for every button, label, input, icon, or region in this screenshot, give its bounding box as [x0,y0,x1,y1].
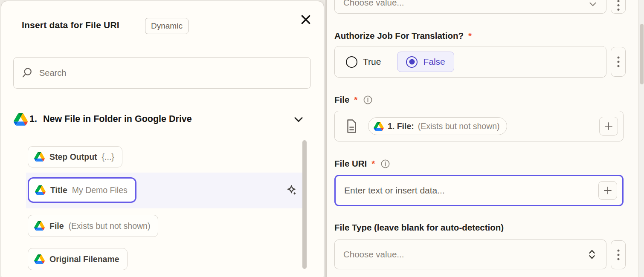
file-type-select[interactable]: Choose value... [334,239,606,269]
file-type-label: File Type (leave blank for auto-detectio… [334,222,504,233]
google-drive-icon [374,122,384,131]
step-section-header[interactable]: 1.New File in Folder in Google Drive [14,113,312,127]
close-icon [300,14,311,25]
form-panel: Choose value... Authorize Job For Transl… [325,0,644,277]
chevron-down-icon [293,113,305,125]
authorize-kebab-button[interactable] [611,47,626,77]
authorize-label: Authorize Job For Translation?* [334,31,472,41]
field-pill-step-output[interactable]: Step Output {...} [28,146,122,167]
kebab-icon [617,57,619,67]
radio-icon-false-selected [406,56,418,68]
dynamic-badge: Dynamic [145,18,189,34]
pill-label: Original Filename [49,254,119,264]
panel-title: Insert data for File URI [22,20,119,30]
form-scrollbar[interactable] [638,0,644,277]
ai-sparkle-button[interactable] [284,183,299,198]
file-field[interactable]: 1. File: (Exists but not shown) [334,111,624,141]
token-value: (Exists but not shown) [418,121,500,131]
pill-label: File [49,221,64,231]
google-drive-icon [34,152,45,162]
select-arrows-icon [586,248,598,260]
scrollbar-thumb[interactable] [640,24,644,84]
insert-data-plus-button[interactable] [598,181,617,200]
collapse-section-button[interactable] [292,113,305,126]
info-icon[interactable] [380,159,390,169]
info-icon[interactable] [363,95,373,105]
search-icon [21,67,33,79]
google-drive-icon [35,185,46,195]
plus-icon [603,121,614,131]
pill-label: Title [50,185,67,195]
chevron-down-icon [587,0,598,10]
top-select[interactable]: Choose value... [334,0,606,14]
top-kebab-button[interactable] [611,0,626,14]
pill-value: {...} [102,152,114,162]
plus-icon [603,185,613,196]
file-type-kebab-button[interactable] [611,240,626,269]
file-type-placeholder: Choose value... [343,249,404,260]
file-label: File* [334,95,373,105]
google-drive-icon [34,221,45,231]
kebab-icon [617,0,619,11]
search-box[interactable] [13,57,311,89]
top-select-placeholder: Choose value... [343,0,404,8]
radio-icon-true [346,56,357,68]
token-label: 1. File: [388,121,414,131]
kebab-icon [617,250,619,260]
pill-label: Step Output [49,152,97,162]
insert-data-plus-button[interactable] [599,117,618,136]
sparkle-icon [285,184,299,197]
field-pill-file[interactable]: File (Exists but not shown) [28,215,158,237]
close-button[interactable] [299,13,313,26]
step-title: 1.New File in Folder in Google Drive [29,114,192,124]
insert-data-panel: Insert data for File URI Dynamic 1.New F… [1,1,324,277]
list-scrollbar[interactable] [302,140,307,269]
file-token-pill[interactable]: 1. File: (Exists but not shown) [368,117,507,135]
pill-value: (Exists but not shown) [69,221,151,231]
radio-option-true[interactable]: True [346,56,381,68]
field-pill-original-filename[interactable]: Original Filename [28,248,128,270]
file-uri-input-box [334,175,624,206]
google-drive-icon [34,254,45,264]
radio-option-false[interactable]: False [397,52,454,72]
field-pill-title-selected[interactable]: Title My Demo Files [28,177,136,203]
document-icon [345,119,358,133]
authorize-field: True False [334,46,606,78]
file-uri-input[interactable] [344,176,583,205]
pill-value: My Demo Files [72,185,128,195]
search-input[interactable] [39,68,303,78]
google-drive-icon [14,113,28,126]
file-uri-label: File URI* [334,159,390,169]
